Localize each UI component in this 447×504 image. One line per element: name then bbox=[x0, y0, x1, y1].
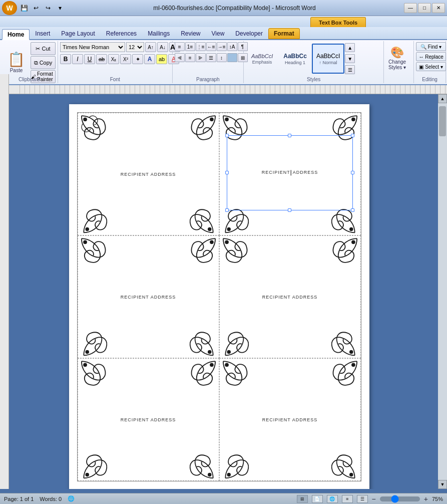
paragraph-content: ≡ 1≡ ⋮≡ ←≡ →≡ ↕A ¶ ⫷ ≡ ⫸ ☰ ↕ ⊞ bbox=[175, 42, 248, 82]
tab-references[interactable]: References bbox=[101, 28, 142, 39]
style-heading1[interactable]: AaBbCc Heading 1 bbox=[279, 44, 311, 74]
editing-label: Editing bbox=[414, 77, 445, 82]
replace-btn[interactable]: ↔ Replace bbox=[416, 52, 446, 61]
svg-point-13 bbox=[351, 240, 354, 243]
maximize-btn[interactable]: □ bbox=[418, 3, 431, 13]
bullet-list-btn[interactable]: ≡ bbox=[175, 42, 185, 51]
document-scroll[interactable]: RECIPIENT ADDRESS bbox=[0, 94, 438, 489]
bold-btn[interactable]: B bbox=[60, 54, 71, 64]
page-info: Page: 1 of 1 bbox=[4, 496, 34, 502]
paragraph-group: ≡ 1≡ ⋮≡ ←≡ →≡ ↕A ¶ ⫷ ≡ ⫸ ☰ ↕ ⊞ Paragraph bbox=[173, 41, 244, 83]
label-cell-0-1[interactable]: RECIPIENT ADDRESS bbox=[219, 113, 361, 235]
vertical-scrollbar[interactable]: ▲ ▼ bbox=[438, 94, 447, 489]
web-layout-btn[interactable]: 🌐 bbox=[327, 495, 338, 503]
multilevel-list-btn[interactable]: ⋮≡ bbox=[196, 42, 206, 51]
zoom-plus[interactable]: + bbox=[424, 495, 428, 503]
scroll-up-arrow[interactable]: ▲ bbox=[438, 94, 447, 103]
font-group: Times New Roman 12 A↑ A↓ Aa B I U ab X₂ … bbox=[58, 41, 173, 83]
grow-font-btn[interactable]: A↑ bbox=[145, 42, 156, 52]
scroll-thumb[interactable] bbox=[439, 106, 446, 136]
svg-point-22 bbox=[227, 473, 230, 476]
superscript-btn[interactable]: X² bbox=[120, 54, 131, 64]
tab-review[interactable]: Review bbox=[175, 28, 206, 39]
flourish-top-2-1 bbox=[220, 359, 360, 426]
cut-button[interactable]: ✂Cut bbox=[31, 42, 56, 55]
label-cell-0-0[interactable]: RECIPIENT ADDRESS bbox=[78, 113, 219, 235]
font-name-row: Times New Roman 12 A↑ A↓ Aa bbox=[60, 42, 180, 52]
label-cell-2-1[interactable]: RECIPIENT ADDRESS bbox=[219, 358, 361, 481]
change-styles-button[interactable]: 🎨 ChangeStyles ▾ bbox=[386, 46, 408, 72]
text-highlight-btn[interactable]: ab bbox=[156, 54, 167, 64]
styles-scroll-up[interactable]: ▲ bbox=[345, 43, 355, 52]
style-normal-label: ↑ Normal bbox=[319, 60, 337, 65]
underline-btn[interactable]: U bbox=[84, 54, 95, 64]
label-inner-2-0: RECIPIENT ADDRESS bbox=[78, 359, 219, 480]
font-name-select[interactable]: Times New Roman bbox=[60, 42, 125, 52]
minimize-btn[interactable]: — bbox=[404, 3, 417, 13]
line-spacing-btn[interactable]: ↕ bbox=[217, 53, 227, 62]
save-quick-btn[interactable]: 💾 bbox=[19, 3, 29, 13]
sort-btn[interactable]: ↕A bbox=[227, 42, 237, 51]
numbered-list-btn[interactable]: 1≡ bbox=[185, 42, 195, 51]
style-emphasis[interactable]: AaBbCcI Emphasis bbox=[246, 44, 278, 74]
flourish-top-1-1 bbox=[220, 236, 360, 303]
label-inner-0-0: RECIPIENT ADDRESS bbox=[78, 113, 219, 235]
zoom-slider[interactable] bbox=[380, 496, 420, 501]
zoom-minus[interactable]: − bbox=[372, 495, 376, 503]
style-normal[interactable]: AaBbCcI ↑ Normal bbox=[312, 44, 344, 74]
italic-btn[interactable]: I bbox=[72, 54, 83, 64]
justify-btn[interactable]: ☰ bbox=[206, 53, 216, 62]
change-styles-label: ChangeStyles ▾ bbox=[388, 59, 406, 70]
label-cell-2-0[interactable]: RECIPIENT ADDRESS bbox=[78, 358, 219, 481]
svg-point-23 bbox=[349, 473, 352, 476]
paste-button[interactable]: 📋 Paste bbox=[3, 50, 30, 76]
find-btn[interactable]: 🔍 Find ▾ bbox=[416, 42, 446, 51]
clear-formatting-btn[interactable]: ✦ bbox=[132, 54, 143, 64]
tab-home[interactable]: Home bbox=[2, 29, 30, 40]
decrease-indent-btn[interactable]: ←≡ bbox=[206, 42, 216, 51]
label-cell-1-1[interactable]: RECIPIENT ADDRESS bbox=[219, 235, 361, 358]
full-reading-btn[interactable]: 📄 bbox=[312, 495, 323, 503]
styles-scroll-down[interactable]: ▼ bbox=[345, 54, 355, 63]
text-effects-btn[interactable]: A bbox=[144, 54, 155, 64]
align-center-btn[interactable]: ≡ bbox=[185, 53, 195, 62]
address-text-2-0: RECIPIENT ADDRESS bbox=[121, 417, 176, 422]
styles-more[interactable]: ☰ bbox=[345, 65, 355, 74]
increase-indent-btn[interactable]: →≡ bbox=[217, 42, 227, 51]
redo-btn[interactable]: ↪ bbox=[43, 3, 53, 13]
print-layout-btn[interactable]: ⊞ bbox=[297, 495, 308, 503]
style-heading1-label: Heading 1 bbox=[285, 60, 305, 65]
scroll-track[interactable] bbox=[439, 103, 446, 480]
quick-access-dropdown[interactable]: ▾ bbox=[55, 3, 65, 13]
undo-btn[interactable]: ↩ bbox=[31, 3, 41, 13]
align-left-btn[interactable]: ⫷ bbox=[175, 53, 185, 62]
draft-btn[interactable]: ☰ bbox=[357, 495, 368, 503]
paste-icon: 📋 bbox=[8, 53, 25, 67]
select-btn[interactable]: ▣ Select ▾ bbox=[416, 62, 446, 71]
copy-button[interactable]: ⧉Copy bbox=[31, 56, 56, 69]
flourish-bottom-0-0 bbox=[78, 180, 219, 235]
tab-page-layout[interactable]: Page Layout bbox=[56, 28, 100, 39]
shading-btn[interactable] bbox=[227, 53, 237, 62]
scroll-down-arrow[interactable]: ▼ bbox=[438, 480, 447, 489]
tab-insert[interactable]: Insert bbox=[30, 28, 56, 39]
label-cell-1-0[interactable]: RECIPIENT ADDRESS bbox=[78, 235, 219, 358]
svg-point-6 bbox=[227, 227, 230, 230]
tab-developer[interactable]: Developer bbox=[230, 28, 268, 39]
outline-btn[interactable]: ≡ bbox=[342, 495, 353, 503]
styles-content: AaBbCcI Emphasis AaBbCc Heading 1 AaBbCc… bbox=[246, 42, 355, 82]
ruler-content bbox=[15, 85, 447, 94]
styles-group: AaBbCcI Emphasis AaBbCc Heading 1 AaBbCc… bbox=[244, 41, 384, 83]
tab-mailings[interactable]: Mailings bbox=[142, 28, 175, 39]
tab-view[interactable]: View bbox=[206, 28, 230, 39]
tab-format[interactable]: Format bbox=[268, 28, 300, 39]
close-btn[interactable]: ✕ bbox=[432, 3, 445, 13]
shrink-font-btn[interactable]: A↓ bbox=[157, 42, 168, 52]
label-grid: RECIPIENT ADDRESS bbox=[77, 112, 361, 481]
textbox-tools-tab[interactable]: Text Box Tools bbox=[310, 17, 366, 27]
align-right-btn[interactable]: ⫸ bbox=[196, 53, 206, 62]
clipboard-group: 📋 Paste ✂Cut ⧉Copy 🖌Format Painter Clipb… bbox=[1, 41, 58, 83]
font-size-select[interactable]: 12 bbox=[126, 42, 144, 52]
strikethrough-btn[interactable]: ab bbox=[96, 54, 107, 64]
subscript-btn[interactable]: X₂ bbox=[108, 54, 119, 64]
